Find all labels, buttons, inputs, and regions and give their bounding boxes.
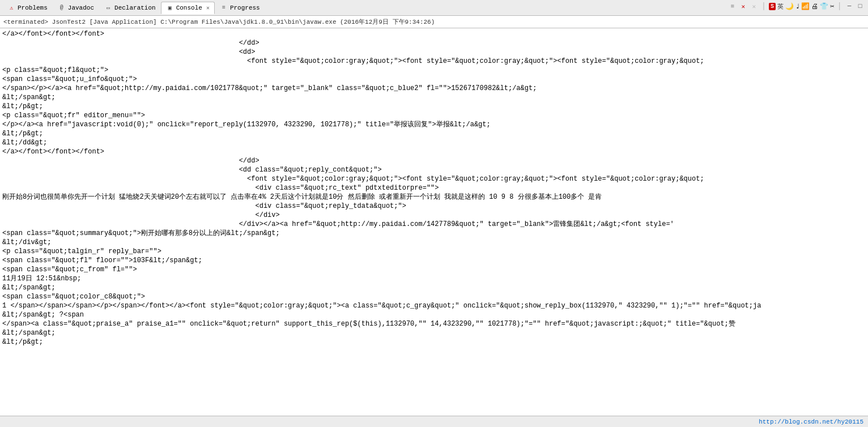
declaration-icon: ▭ <box>104 4 112 12</box>
tab-progress-label: Progress <box>230 5 260 11</box>
console-line: <p class="&quot;talgin_r" reply_bar=""> <box>2 247 866 256</box>
console-line: &lt;/dd&gt; <box>2 138 866 147</box>
console-line: &lt;/span&gt; <box>2 283 866 292</box>
console-line: 11月19日 12:51&nbsp; <box>2 274 866 283</box>
console-line: 刚开始8分词也很简单你先开一个计划 猛地烧2天关键词20个左右就可以了 点击率在… <box>2 193 866 202</box>
shirt-icon: 👕 <box>820 2 828 11</box>
tab-bar: ⚠ Problems @ Javadoc ▭ Declaration ▣ Con… <box>0 0 868 16</box>
status-text: <terminated> JsonTest2 [Java Application… <box>3 18 435 26</box>
music-icon: ♩ <box>795 2 799 11</box>
console-line: </a></font></font></font> <box>2 29 866 39</box>
console-line: <span class="&quot;u_info&quot;"> <box>2 75 866 84</box>
console-line: <font style="&quot;color:gray;&quot;"><f… <box>2 174 866 183</box>
console-line: &lt;/p&gt; <box>2 102 866 111</box>
console-line: <span class="&quot;c_from" fl=""> <box>2 265 866 274</box>
console-line: 1 </span></span></span></p></span></font… <box>2 301 866 310</box>
console-line: <span class="&quot;fl" floor="">103F&lt;… <box>2 256 866 265</box>
print-icon: 🖨 <box>811 2 818 11</box>
moon-icon: 🌙 <box>785 2 794 11</box>
console-line: <dd> <box>2 48 866 57</box>
remove-terminated-button[interactable]: ✕ <box>750 2 759 11</box>
problems-icon: ⚠ <box>7 4 15 12</box>
console-line: </dd> <box>2 156 866 165</box>
console-area[interactable]: </a></font></font></font> </dd> <dd> <box>0 28 868 416</box>
tab-problems-label: Problems <box>18 5 48 11</box>
tab-console-label: Console <box>176 5 202 11</box>
console-line: </dd> <box>2 39 866 48</box>
sogou-icon: S <box>769 3 776 10</box>
console-line: <dd class="&quot;reply_cont&quot;"> <box>2 165 866 174</box>
network-icon: 📶 <box>801 2 810 11</box>
console-line: &lt;/div&gt; <box>2 238 866 247</box>
url-display: http://blog.csdn.net/hy20115 <box>759 419 863 425</box>
maximize-view-button[interactable]: □ <box>856 2 865 11</box>
javadoc-icon: @ <box>58 4 66 12</box>
console-line: <font style="&quot;color:gray;&quot;"><f… <box>2 57 866 66</box>
console-line: &lt;/span&gt; ?<span <box>2 310 866 319</box>
tab-javadoc[interactable]: @ Javadoc <box>53 2 99 14</box>
terminate-button[interactable]: ✕ <box>739 2 748 11</box>
separator1: | <box>761 2 766 11</box>
bottom-bar: http://blog.csdn.net/hy20115 <box>0 416 868 427</box>
console-line: </p></a><a href="javascript:void(0);" on… <box>2 120 866 129</box>
lang-indicator: 英 <box>777 2 784 11</box>
console-icon: ▣ <box>166 4 174 12</box>
tab-declaration-label: Declaration <box>114 5 156 11</box>
console-line: &lt;/span&gt; <box>2 93 866 102</box>
console-line: &lt;/p&gt; <box>2 129 866 138</box>
console-line: <div class="&quot;reply_tdata&quot;"> <box>2 202 866 211</box>
stop-button[interactable]: ■ <box>728 2 737 11</box>
console-line: </div></a><a href="&quot;http://my.paida… <box>2 220 866 229</box>
separator2: | <box>837 2 842 11</box>
console-line: </div> <box>2 211 866 220</box>
console-line: <div class="&quot;rc_text" pdtxteditorpr… <box>2 183 866 193</box>
console-line: <p class="&quot;fl&quot;"> <box>2 66 866 75</box>
console-line: <span class="&quot;color_c8&quot;"> <box>2 292 866 301</box>
console-line: </span><a class="&quot;praise_a" praise_… <box>2 319 866 328</box>
console-line: &lt;/span&gt; <box>2 328 866 338</box>
console-close-button[interactable]: ✕ <box>206 5 210 11</box>
tab-problems[interactable]: ⚠ Problems <box>2 2 53 14</box>
console-line: </a></font></font></font> <box>2 147 866 156</box>
console-line: &lt;/p&gt; <box>2 338 866 347</box>
console-line: </span></p></a><a href="&quot;http://my.… <box>2 84 866 93</box>
console-line: <p class="&quot;fr" editor_menu=""> <box>2 111 866 120</box>
scissors-icon: ✂ <box>830 2 834 11</box>
console-line: <span class="&quot;summary&quot;">刚开始哪有那… <box>2 229 866 238</box>
tab-declaration[interactable]: ▭ Declaration <box>99 2 161 14</box>
tab-console[interactable]: ▣ Console ✕ <box>161 2 215 14</box>
toolbar-right: ■ ✕ ✕ | S 英 🌙 ♩ 📶 🖨 👕 ✂ | ─ □ <box>728 2 865 11</box>
tab-javadoc-label: Javadoc <box>68 5 94 11</box>
progress-icon: ≡ <box>220 4 228 12</box>
minimize-view-button[interactable]: ─ <box>845 2 854 11</box>
status-bar: <terminated> JsonTest2 [Java Application… <box>0 16 868 28</box>
tab-progress[interactable]: ≡ Progress <box>215 2 265 14</box>
